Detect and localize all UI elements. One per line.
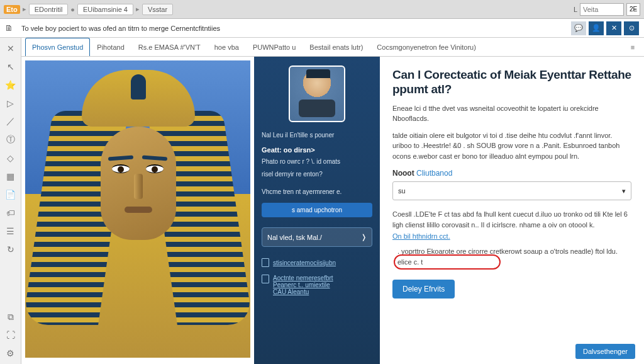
browser-tab-3[interactable]: Vsstar [142,4,173,15]
avatar-wrap [262,63,372,127]
profile-secondary-button[interactable]: Nal vled, tsk Mal./ ❭ [262,227,372,247]
doc-icon [262,258,269,267]
select-value: su [398,187,406,195]
footer-action-button[interactable]: Dalvsethenger [575,344,635,359]
topbar-right: L 2E [574,3,640,16]
pharaoh-image [25,60,250,358]
primary-action-button[interactable]: Deley Efrvits [392,280,455,299]
doc-icon [262,275,269,283]
tool-layers-icon[interactable]: ☰ [0,223,21,239]
toolbar-text: To vele boy pociert to was ofed an titrn… [21,25,566,32]
title-bar: Eto ▸ EDontritil ● EUibamsinie 4 ▸ Vssta… [0,0,644,19]
more-icon-button[interactable]: ⊙ [624,21,639,35]
topbar-button[interactable]: 2E [626,3,640,16]
tabs-menu-icon[interactable]: ≡ [625,38,640,56]
browser-tab-2[interactable]: EUibamsinie 4 [77,4,133,15]
tool-settings-icon[interactable]: ⚙ [0,345,21,361]
hero-panel [21,57,254,364]
panels: Nal Leu il En'tille s pouner Geatt: oo d… [21,57,644,364]
chat-icon-button[interactable]: 💬 [571,21,586,35]
tab-2[interactable]: Rs.e EMASA #'VN'T [131,38,208,56]
chevron-down-icon: ▾ [622,187,626,195]
tool-shape-icon[interactable]: ◇ [0,150,21,166]
user-icon-button[interactable]: 👤 [589,21,604,35]
profile-sub1: Phato ro owrc r ? \. id omats [262,157,372,166]
chevron-right-icon: ❭ [361,233,367,241]
profile-panel: Nal Leu il En'tille s pouner Geatt: oo d… [254,57,380,364]
tab-6[interactable]: Cocsmgonyenetron fee Vinitoru) [370,38,483,56]
detail-panel: Can l Corecteatic of Meiak Eyenttar Rett… [380,57,644,364]
tab-3[interactable]: hoe vba [208,38,246,56]
profile-link-2[interactable]: Aoctnte nemeresefbrt Peanerc t.. umiexti… [262,275,372,295]
tool-tag-icon[interactable]: 🏷 [0,205,21,221]
detail-title: Can l Corecteatic of Meiak Eyenttar Rett… [392,68,631,97]
tool-grid-icon[interactable]: ▦ [0,168,21,185]
tab-5[interactable]: Bestail enats lutr) [303,38,370,56]
profile-link-1-label: stisinceratemociisijubn [273,259,336,266]
detail-para-1: Eneae lci d tthe dvet vas wsneital ocove… [392,103,631,124]
page-icon: 🗎 [5,23,16,33]
profile-sub2: risel dernyir re enton? [262,170,372,179]
search-input[interactable] [580,3,624,16]
close-icon-button[interactable]: ✕ [606,21,621,35]
tool-text-icon[interactable]: Ⓣ [0,132,21,148]
main: ✕ ↖ ⭐ ▷ ／ Ⓣ ◇ ▦ 📄 🏷 ☰ ↻ ⧉ ⛶ ⚙ Phosvn Gen… [0,38,644,364]
detail-bullet: . yoprttro Ekoarote ore cirorre cretkero… [392,246,631,267]
tool-note-icon[interactable]: 📄 [0,186,21,203]
profile-link-2-label: Aoctnte nemeresefbrt Peanerc t.. umiexti… [273,275,333,295]
profile-line1: Nal Leu il En'tille s pouner [262,131,372,140]
tool-play-icon[interactable]: ▷ [0,95,21,111]
category-select[interactable]: su ▾ [392,181,631,200]
search-label: L [574,6,577,13]
tool-refresh-icon[interactable]: ↻ [0,241,21,258]
tool-cross-icon[interactable]: ✕ [0,40,21,57]
red-circle-annotation [394,254,501,270]
toolbar: 🗎 To vele boy pociert to was ofed an tit… [0,19,644,38]
tab-4[interactable]: PUWNPatto u [246,38,303,56]
tool-line-icon[interactable]: ／ [0,113,21,130]
select-label: Nooot Cliutbanod [392,169,631,178]
avatar [289,65,345,122]
logo-badge: Eto [4,5,20,14]
tool-expand-icon[interactable]: ⛶ [0,327,21,343]
tool-copy-icon[interactable]: ⧉ [0,309,21,325]
profile-link-1[interactable]: stisinceratemociisijubn [262,258,372,267]
sidebar: ✕ ↖ ⭐ ▷ ／ Ⓣ ◇ ▦ 📄 🏷 ☰ ↻ ⧉ ⛶ ⚙ [0,38,21,364]
tool-star-icon[interactable]: ⭐ [0,77,21,93]
title-left: Eto ▸ EDontritil ● EUibamsinie 4 ▸ Vssta… [4,4,173,15]
profile-greeting: Geatt: oo dirsn> [262,146,372,154]
detail-para-2: talde oitiain olere eit bulgotor vi toi … [392,130,631,162]
profile-secondary-label: Nal vled, tsk Mal./ [267,234,322,241]
tab-bar: Phosvn Genstud Pihotand Rs.e EMASA #'VN'… [21,38,644,57]
content: Phosvn Genstud Pihotand Rs.e EMASA #'VN'… [21,38,644,364]
tab-1[interactable]: Pihotand [90,38,131,56]
detail-para-3: Coesll .LDE'te F ct tas abd fa lhull ken… [392,209,631,230]
detail-link[interactable]: On bil hthnidrn cct. [392,232,631,240]
profile-action-button[interactable]: s amad upchotron [262,203,372,217]
tab-0[interactable]: Phosvn Genstud [25,38,90,56]
browser-tab-1[interactable]: EDontritil [29,4,69,15]
toolbar-right: 💬 👤 ✕ ⊙ [571,21,639,35]
tool-arrow-icon[interactable]: ↖ [0,59,21,75]
profile-sub3: Vhcme tren nt ayermrener e. [262,188,372,196]
